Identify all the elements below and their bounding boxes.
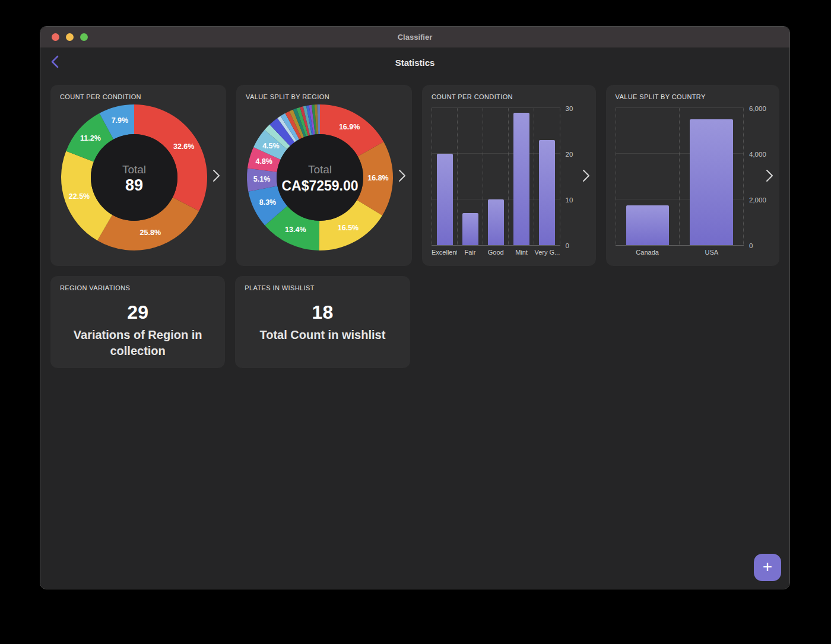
- card-value-split-by-country: VALUE SPLIT BY COUNTRY CanadaUSA02,0004,…: [606, 85, 780, 266]
- donut-segment-label: 11.2%: [80, 134, 101, 142]
- donut-chart: 16.9%16.8%16.5%13.4%8.3%5.1%4.8%4.5%Tota…: [246, 103, 394, 252]
- x-axis-label: Very G...: [534, 249, 560, 256]
- card-title: VALUE SPLIT BY COUNTRY: [616, 93, 770, 100]
- donut-segment-label: 8.3%: [259, 198, 277, 207]
- card-title: REGION VARIATIONS: [60, 284, 215, 291]
- y-axis-tick: 30: [566, 105, 573, 112]
- navigation-bar: Statistics: [40, 47, 789, 77]
- donut-segment-label: 25.8%: [140, 229, 161, 237]
- bar: [513, 113, 529, 245]
- donut-segment-label: 32.6%: [173, 142, 194, 151]
- stats-grid: REGION VARIATIONS 29 Variations of Regio…: [50, 276, 779, 368]
- y-axis-tick: 10: [566, 196, 573, 204]
- donut-center-label: Total: [122, 163, 146, 176]
- add-button[interactable]: +: [754, 554, 781, 581]
- charts-grid: COUNT PER CONDITION 32.6%25.8%22.5%11.2%…: [50, 85, 779, 266]
- bar: [437, 154, 453, 245]
- y-axis-tick: 4,000: [749, 151, 766, 158]
- chevron-right-icon: [582, 169, 590, 182]
- bar-column: [483, 108, 508, 245]
- bar: [539, 140, 555, 245]
- chevron-right-icon: [766, 169, 773, 182]
- page-title: Statistics: [40, 58, 789, 68]
- card-detail-button[interactable]: [396, 167, 408, 185]
- x-axis-label: Good: [483, 249, 509, 256]
- card-plates-in-wishlist: PLATES IN WISHLIST 18 Total Count in wis…: [235, 276, 410, 368]
- donut-segment-label: 16.9%: [339, 123, 360, 131]
- desktop-background: Classifier Statistics COUNT PER CONDITIO…: [0, 0, 831, 644]
- donut-segment-label: 22.5%: [69, 192, 90, 201]
- plus-icon: +: [763, 559, 772, 575]
- stat-caption: Total Count in wishlist: [253, 327, 391, 343]
- back-button[interactable]: [47, 52, 62, 71]
- bar: [488, 199, 504, 245]
- card-region-variations: REGION VARIATIONS 29 Variations of Regio…: [50, 276, 225, 368]
- x-axis-label: Excellent: [432, 249, 457, 256]
- card-title: VALUE SPLIT BY REGION: [246, 93, 402, 100]
- card-title: COUNT PER CONDITION: [432, 93, 586, 100]
- card-count-per-condition-bars: COUNT PER CONDITION ExcellentFairGoodMin…: [422, 85, 596, 266]
- stat-value: 18: [245, 302, 400, 323]
- bar-column: [616, 108, 680, 245]
- donut-chart-count-per-condition: 32.6%25.8%22.5%11.2%7.9%Total89: [60, 103, 217, 252]
- card-count-per-condition-donut: COUNT PER CONDITION 32.6%25.8%22.5%11.2%…: [50, 85, 226, 266]
- bar-column: [432, 108, 457, 245]
- statistics-content: COUNT PER CONDITION 32.6%25.8%22.5%11.2%…: [40, 77, 789, 368]
- donut-center-value: 89: [125, 176, 143, 194]
- y-axis-tick: 2,000: [749, 196, 766, 204]
- donut-segment-label: 13.4%: [285, 226, 306, 234]
- bar-column: [679, 108, 743, 245]
- bar-plot-area: [432, 108, 560, 246]
- chevron-right-icon: [398, 169, 406, 182]
- bar-chart-value-by-country: CanadaUSA02,0004,0006,000: [616, 108, 770, 256]
- donut-center-label: Total: [308, 163, 332, 176]
- stat-caption: Variations of Region in collection: [69, 327, 207, 359]
- card-detail-button[interactable]: [763, 167, 776, 185]
- window-title: Classifier: [40, 33, 789, 42]
- bar-column: [534, 108, 559, 245]
- donut-center-value: CA$7259.00: [281, 178, 358, 193]
- bar: [626, 205, 670, 245]
- chevron-right-icon: [212, 169, 220, 182]
- chevron-left-icon: [50, 55, 60, 69]
- x-axis-label: Fair: [457, 249, 483, 256]
- card-detail-button[interactable]: [580, 167, 592, 185]
- card-title: COUNT PER CONDITION: [60, 93, 217, 100]
- card-value-split-by-region: VALUE SPLIT BY REGION 16.9%16.8%16.5%13.…: [236, 85, 412, 266]
- stat-value: 29: [60, 302, 215, 323]
- donut-segment-label: 7.9%: [112, 116, 129, 125]
- x-axis-label: Mint: [509, 249, 534, 256]
- donut-chart-value-by-region: 16.9%16.8%16.5%13.4%8.3%5.1%4.8%4.5%Tota…: [246, 103, 402, 252]
- card-detail-button[interactable]: [210, 167, 223, 185]
- donut-segment-label: 5.1%: [253, 175, 271, 183]
- bar: [690, 119, 733, 245]
- bar: [462, 213, 478, 245]
- y-axis-tick: 0: [749, 242, 753, 249]
- bar-plot-area: [616, 108, 744, 246]
- bar-column: [457, 108, 483, 245]
- donut-segment-label: 16.8%: [367, 174, 388, 182]
- y-axis-tick: 6,000: [749, 105, 766, 112]
- x-axis-label: USA: [680, 249, 744, 256]
- y-axis-tick: 20: [566, 151, 573, 158]
- donut-center: [277, 134, 363, 221]
- bar-chart-count-per-condition: ExcellentFairGoodMintVery G...0102030: [432, 108, 586, 256]
- bar-column: [508, 108, 534, 245]
- donut-segment-label: 4.5%: [262, 142, 280, 150]
- card-title: PLATES IN WISHLIST: [245, 284, 400, 291]
- y-axis-tick: 0: [566, 242, 569, 249]
- x-axis-label: Canada: [616, 249, 680, 256]
- donut-segment-label: 16.5%: [338, 224, 359, 232]
- donut-chart: 32.6%25.8%22.5%11.2%7.9%Total89: [60, 103, 208, 252]
- titlebar[interactable]: Classifier: [40, 27, 789, 47]
- app-window: Classifier Statistics COUNT PER CONDITIO…: [40, 27, 789, 589]
- donut-segment-label: 4.8%: [255, 157, 272, 166]
